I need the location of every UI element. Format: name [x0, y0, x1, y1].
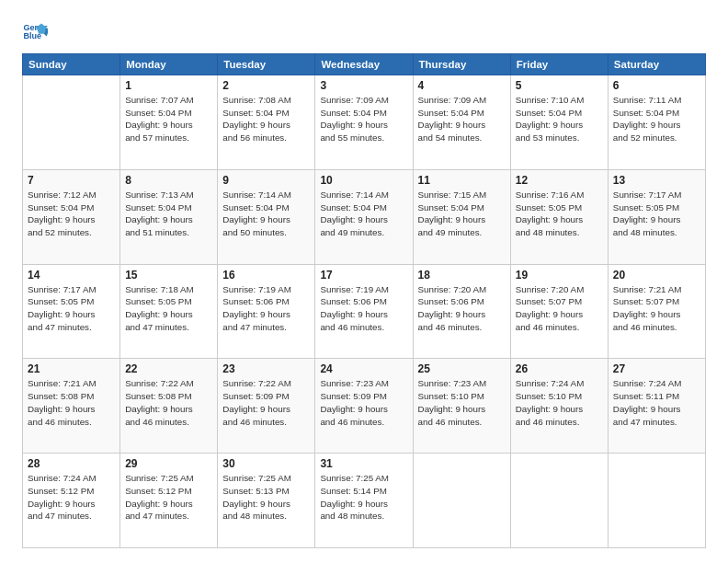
- calendar-cell: 11Sunrise: 7:15 AMSunset: 5:04 PMDayligh…: [413, 169, 510, 264]
- day-info: Sunrise: 7:20 AMSunset: 5:07 PMDaylight:…: [516, 283, 603, 334]
- calendar-cell: 7Sunrise: 7:12 AMSunset: 5:04 PMDaylight…: [23, 169, 120, 264]
- day-info: Sunrise: 7:23 AMSunset: 5:09 PMDaylight:…: [320, 377, 407, 428]
- day-number: 31: [320, 457, 407, 470]
- calendar-cell: 12Sunrise: 7:16 AMSunset: 5:05 PMDayligh…: [510, 169, 608, 264]
- day-info: Sunrise: 7:17 AMSunset: 5:05 PMDaylight:…: [28, 283, 115, 334]
- calendar-cell: 1Sunrise: 7:07 AMSunset: 5:04 PMDaylight…: [120, 75, 218, 170]
- day-number: 2: [222, 79, 310, 92]
- calendar-cell: 16Sunrise: 7:19 AMSunset: 5:06 PMDayligh…: [218, 264, 315, 359]
- day-info: Sunrise: 7:25 AMSunset: 5:14 PMDaylight:…: [320, 472, 407, 523]
- weekday-header: Tuesday: [218, 54, 315, 75]
- weekday-header: Sunday: [23, 54, 120, 75]
- day-number: 26: [516, 362, 603, 375]
- calendar: SundayMondayTuesdayWednesdayThursdayFrid…: [22, 53, 706, 548]
- day-info: Sunrise: 7:14 AMSunset: 5:04 PMDaylight:…: [222, 189, 310, 239]
- day-info: Sunrise: 7:13 AMSunset: 5:04 PMDaylight:…: [125, 189, 212, 239]
- calendar-cell: [608, 454, 705, 548]
- calendar-cell: 5Sunrise: 7:10 AMSunset: 5:04 PMDaylight…: [510, 75, 608, 170]
- calendar-cell: 4Sunrise: 7:09 AMSunset: 5:04 PMDaylight…: [413, 75, 510, 170]
- calendar-cell: 30Sunrise: 7:25 AMSunset: 5:13 PMDayligh…: [218, 454, 315, 548]
- day-info: Sunrise: 7:11 AMSunset: 5:04 PMDaylight:…: [613, 94, 700, 144]
- header: General Blue: [22, 18, 706, 44]
- calendar-cell: 29Sunrise: 7:25 AMSunset: 5:12 PMDayligh…: [120, 454, 218, 548]
- calendar-cell: 26Sunrise: 7:24 AMSunset: 5:10 PMDayligh…: [510, 359, 608, 454]
- weekday-header: Saturday: [608, 54, 705, 75]
- weekday-header: Wednesday: [315, 54, 413, 75]
- day-info: Sunrise: 7:20 AMSunset: 5:06 PMDaylight:…: [418, 283, 506, 334]
- day-info: Sunrise: 7:22 AMSunset: 5:08 PMDaylight:…: [125, 377, 212, 428]
- calendar-cell: 2Sunrise: 7:08 AMSunset: 5:04 PMDaylight…: [218, 75, 315, 170]
- day-info: Sunrise: 7:14 AMSunset: 5:04 PMDaylight:…: [320, 189, 407, 239]
- calendar-header-row: SundayMondayTuesdayWednesdayThursdayFrid…: [23, 54, 706, 75]
- day-number: 15: [125, 269, 212, 282]
- weekday-header: Thursday: [413, 54, 510, 75]
- day-info: Sunrise: 7:09 AMSunset: 5:04 PMDaylight:…: [418, 94, 506, 144]
- day-number: 27: [613, 362, 700, 375]
- day-info: Sunrise: 7:10 AMSunset: 5:04 PMDaylight:…: [516, 94, 603, 144]
- calendar-cell: 9Sunrise: 7:14 AMSunset: 5:04 PMDaylight…: [218, 169, 315, 264]
- day-number: 18: [418, 269, 506, 282]
- calendar-week-row: 7Sunrise: 7:12 AMSunset: 5:04 PMDaylight…: [23, 169, 706, 264]
- calendar-cell: 6Sunrise: 7:11 AMSunset: 5:04 PMDaylight…: [608, 75, 705, 170]
- day-number: 28: [28, 457, 115, 470]
- logo: General Blue: [22, 18, 51, 44]
- day-info: Sunrise: 7:24 AMSunset: 5:12 PMDaylight:…: [28, 472, 115, 523]
- calendar-week-row: 21Sunrise: 7:21 AMSunset: 5:08 PMDayligh…: [23, 359, 706, 454]
- day-number: 13: [613, 174, 700, 187]
- calendar-cell: 17Sunrise: 7:19 AMSunset: 5:06 PMDayligh…: [315, 264, 413, 359]
- calendar-cell: 15Sunrise: 7:18 AMSunset: 5:05 PMDayligh…: [120, 264, 218, 359]
- calendar-cell: 28Sunrise: 7:24 AMSunset: 5:12 PMDayligh…: [23, 454, 120, 548]
- logo-icon: General Blue: [22, 18, 48, 44]
- day-number: 29: [125, 457, 212, 470]
- calendar-cell: 19Sunrise: 7:20 AMSunset: 5:07 PMDayligh…: [510, 264, 608, 359]
- day-number: 4: [418, 79, 506, 92]
- day-number: 16: [222, 269, 310, 282]
- calendar-cell: 27Sunrise: 7:24 AMSunset: 5:11 PMDayligh…: [608, 359, 705, 454]
- day-number: 23: [222, 362, 310, 375]
- calendar-cell: 20Sunrise: 7:21 AMSunset: 5:07 PMDayligh…: [608, 264, 705, 359]
- day-number: 24: [320, 362, 407, 375]
- day-number: 8: [125, 174, 212, 187]
- calendar-cell: 10Sunrise: 7:14 AMSunset: 5:04 PMDayligh…: [315, 169, 413, 264]
- day-number: 9: [222, 174, 310, 187]
- calendar-cell: 8Sunrise: 7:13 AMSunset: 5:04 PMDaylight…: [120, 169, 218, 264]
- calendar-week-row: 1Sunrise: 7:07 AMSunset: 5:04 PMDaylight…: [23, 75, 706, 170]
- day-info: Sunrise: 7:17 AMSunset: 5:05 PMDaylight:…: [613, 189, 700, 239]
- calendar-week-row: 28Sunrise: 7:24 AMSunset: 5:12 PMDayligh…: [23, 454, 706, 548]
- day-info: Sunrise: 7:21 AMSunset: 5:08 PMDaylight:…: [28, 377, 115, 428]
- day-info: Sunrise: 7:12 AMSunset: 5:04 PMDaylight:…: [28, 189, 115, 239]
- calendar-cell: 23Sunrise: 7:22 AMSunset: 5:09 PMDayligh…: [218, 359, 315, 454]
- day-info: Sunrise: 7:25 AMSunset: 5:12 PMDaylight:…: [125, 472, 212, 523]
- calendar-cell: 18Sunrise: 7:20 AMSunset: 5:06 PMDayligh…: [413, 264, 510, 359]
- calendar-cell: [23, 75, 120, 170]
- day-info: Sunrise: 7:15 AMSunset: 5:04 PMDaylight:…: [418, 189, 506, 239]
- day-info: Sunrise: 7:18 AMSunset: 5:05 PMDaylight:…: [125, 283, 212, 334]
- day-info: Sunrise: 7:23 AMSunset: 5:10 PMDaylight:…: [418, 377, 506, 428]
- day-number: 5: [516, 79, 603, 92]
- day-info: Sunrise: 7:19 AMSunset: 5:06 PMDaylight:…: [222, 283, 310, 334]
- day-info: Sunrise: 7:25 AMSunset: 5:13 PMDaylight:…: [222, 472, 310, 523]
- day-info: Sunrise: 7:21 AMSunset: 5:07 PMDaylight:…: [613, 283, 700, 334]
- day-number: 25: [418, 362, 506, 375]
- day-number: 10: [320, 174, 407, 187]
- day-number: 7: [28, 174, 115, 187]
- day-number: 17: [320, 269, 407, 282]
- day-number: 1: [125, 79, 212, 92]
- weekday-header: Friday: [510, 54, 608, 75]
- day-number: 30: [222, 457, 310, 470]
- day-number: 21: [28, 362, 115, 375]
- day-number: 3: [320, 79, 407, 92]
- day-number: 11: [418, 174, 506, 187]
- day-info: Sunrise: 7:22 AMSunset: 5:09 PMDaylight:…: [222, 377, 310, 428]
- page: General Blue SundayMondayTuesdayWednesda…: [0, 0, 728, 563]
- day-number: 19: [516, 269, 603, 282]
- calendar-cell: 14Sunrise: 7:17 AMSunset: 5:05 PMDayligh…: [23, 264, 120, 359]
- calendar-cell: 21Sunrise: 7:21 AMSunset: 5:08 PMDayligh…: [23, 359, 120, 454]
- day-info: Sunrise: 7:09 AMSunset: 5:04 PMDaylight:…: [320, 94, 407, 144]
- day-number: 12: [516, 174, 603, 187]
- weekday-header: Monday: [120, 54, 218, 75]
- calendar-cell: 25Sunrise: 7:23 AMSunset: 5:10 PMDayligh…: [413, 359, 510, 454]
- day-number: 22: [125, 362, 212, 375]
- day-number: 20: [613, 269, 700, 282]
- calendar-cell: 13Sunrise: 7:17 AMSunset: 5:05 PMDayligh…: [608, 169, 705, 264]
